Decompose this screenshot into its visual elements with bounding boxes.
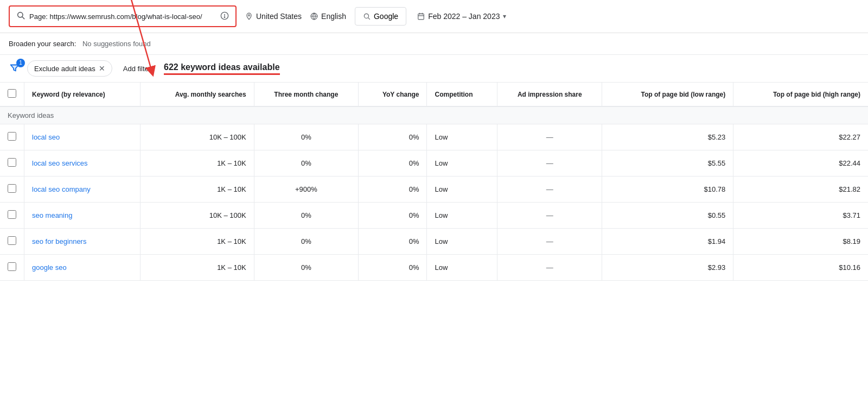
row-yoy: 0% bbox=[359, 255, 427, 281]
row-top-bid-low: $2.93 bbox=[602, 255, 733, 281]
date-range-button[interactable]: Feb 2022 – Jan 2023 ▾ bbox=[417, 12, 506, 21]
header-ad-impression[interactable]: Ad impression share bbox=[497, 83, 602, 106]
row-competition: Low bbox=[427, 255, 497, 281]
row-ad-impression: — bbox=[497, 177, 602, 203]
header-top-bid-low[interactable]: Top of page bid (low range) bbox=[602, 83, 733, 106]
row-top-bid-low: $5.23 bbox=[602, 124, 733, 150]
row-checkbox-3[interactable] bbox=[8, 210, 16, 219]
row-keyword[interactable]: local seo services bbox=[24, 150, 141, 177]
row-keyword[interactable]: local seo bbox=[24, 124, 141, 150]
header-competition[interactable]: Competition bbox=[427, 83, 497, 106]
row-three-month: 0% bbox=[254, 255, 358, 281]
row-ad-impression: — bbox=[497, 255, 602, 281]
row-ad-impression: — bbox=[497, 150, 602, 177]
row-ad-impression: — bbox=[497, 203, 602, 229]
svg-line-1 bbox=[22, 17, 24, 19]
table-row: local seo company 1K – 10K +900% 0% Low … bbox=[0, 177, 868, 203]
section-label: Keyword ideas bbox=[0, 106, 868, 124]
broaden-label: Broaden your search: bbox=[9, 40, 76, 48]
row-checkbox-cell[interactable] bbox=[0, 124, 24, 150]
row-three-month: 0% bbox=[254, 203, 358, 229]
section-header-row: Keyword ideas bbox=[0, 106, 868, 124]
chip-label: Exclude adult ideas bbox=[34, 65, 95, 73]
header-avg-monthly[interactable]: Avg. monthly searches bbox=[141, 83, 254, 106]
row-checkbox-cell[interactable] bbox=[0, 203, 24, 229]
row-top-bid-high: $22.44 bbox=[733, 150, 868, 177]
row-top-bid-high: $22.27 bbox=[733, 124, 868, 150]
row-checkbox-1[interactable] bbox=[8, 158, 16, 167]
table-header-row: Keyword (by relevance) Avg. monthly sear… bbox=[0, 83, 868, 106]
row-yoy: 0% bbox=[359, 229, 427, 255]
table-body: Keyword ideas local seo 10K – 100K 0% 0%… bbox=[0, 106, 868, 281]
row-three-month: 0% bbox=[254, 124, 358, 150]
row-yoy: 0% bbox=[359, 177, 427, 203]
exclude-adult-chip[interactable]: Exclude adult ideas ✕ bbox=[27, 60, 112, 77]
row-top-bid-low: $1.94 bbox=[602, 229, 733, 255]
svg-line-7 bbox=[368, 18, 370, 20]
header-yoy[interactable]: YoY change bbox=[359, 83, 427, 106]
row-checkbox-0[interactable] bbox=[8, 132, 16, 141]
row-checkbox-4[interactable] bbox=[8, 236, 16, 245]
date-range-label: Feb 2022 – Jan 2023 bbox=[428, 12, 500, 21]
row-top-bid-high: $3.71 bbox=[733, 203, 868, 229]
row-avg-monthly: 1K – 10K bbox=[141, 177, 254, 203]
table-row: seo for beginners 1K – 10K 0% 0% Low — $… bbox=[0, 229, 868, 255]
search-value: Page: https://www.semrush.com/blog/what-… bbox=[29, 12, 216, 21]
row-checkbox-cell[interactable] bbox=[0, 150, 24, 177]
row-competition: Low bbox=[427, 177, 497, 203]
header-checkbox[interactable] bbox=[0, 83, 24, 106]
row-top-bid-high: $21.82 bbox=[733, 177, 868, 203]
row-checkbox-2[interactable] bbox=[8, 184, 16, 193]
header-three-month[interactable]: Three month change bbox=[254, 83, 358, 106]
filter-bar: 1 Exclude adult ideas ✕ Add filter 622 k… bbox=[0, 55, 868, 83]
svg-point-6 bbox=[364, 14, 368, 18]
location-filter[interactable]: United States bbox=[245, 12, 302, 21]
row-checkbox-cell[interactable] bbox=[0, 229, 24, 255]
row-avg-monthly: 1K – 10K bbox=[141, 255, 254, 281]
row-ad-impression: — bbox=[497, 124, 602, 150]
search-box[interactable]: Page: https://www.semrush.com/blog/what-… bbox=[9, 5, 237, 27]
table-row: google seo 1K – 10K 0% 0% Low — $2.93 $1… bbox=[0, 255, 868, 281]
row-checkbox-cell[interactable] bbox=[0, 177, 24, 203]
row-checkbox-cell[interactable] bbox=[0, 255, 24, 281]
language-label: English bbox=[321, 12, 346, 21]
row-yoy: 0% bbox=[359, 150, 427, 177]
row-yoy: 0% bbox=[359, 124, 427, 150]
row-competition: Low bbox=[427, 124, 497, 150]
info-icon[interactable] bbox=[220, 11, 229, 22]
svg-point-4 bbox=[224, 17, 225, 17]
chevron-down-icon: ▾ bbox=[503, 12, 506, 20]
row-competition: Low bbox=[427, 150, 497, 177]
broaden-bar: Broaden your search: No suggestions foun… bbox=[0, 33, 868, 55]
table-row: local seo 10K – 100K 0% 0% Low — $5.23 $… bbox=[0, 124, 868, 150]
table-row: seo meaning 10K – 100K 0% 0% Low — $0.55… bbox=[0, 203, 868, 229]
keywords-table: Keyword (by relevance) Avg. monthly sear… bbox=[0, 83, 868, 281]
row-keyword[interactable]: seo for beginners bbox=[24, 229, 141, 255]
row-avg-monthly: 1K – 10K bbox=[141, 229, 254, 255]
row-three-month: +900% bbox=[254, 177, 358, 203]
row-checkbox-5[interactable] bbox=[8, 262, 16, 271]
search-engine-button[interactable]: Google bbox=[355, 7, 406, 26]
row-competition: Low bbox=[427, 203, 497, 229]
row-competition: Low bbox=[427, 229, 497, 255]
row-yoy: 0% bbox=[359, 203, 427, 229]
header-keyword[interactable]: Keyword (by relevance) bbox=[24, 83, 141, 106]
search-engine-label: Google bbox=[374, 12, 398, 21]
row-avg-monthly: 10K – 100K bbox=[141, 203, 254, 229]
row-top-bid-low: $0.55 bbox=[602, 203, 733, 229]
keyword-count: 622 keyword ideas available bbox=[164, 62, 279, 75]
row-top-bid-high: $8.19 bbox=[733, 229, 868, 255]
filter-icon-wrap[interactable]: 1 bbox=[9, 62, 21, 75]
row-keyword[interactable]: local seo company bbox=[24, 177, 141, 203]
close-icon[interactable]: ✕ bbox=[99, 64, 105, 73]
row-keyword[interactable]: google seo bbox=[24, 255, 141, 281]
row-top-bid-high: $10.16 bbox=[733, 255, 868, 281]
language-filter[interactable]: English bbox=[310, 12, 346, 21]
broaden-text: No suggestions found bbox=[82, 40, 151, 48]
select-all-checkbox[interactable] bbox=[8, 89, 16, 98]
row-avg-monthly: 10K – 100K bbox=[141, 124, 254, 150]
add-filter-button[interactable]: Add filter bbox=[119, 61, 155, 76]
header-top-bid-high[interactable]: Top of page bid (high range) bbox=[733, 83, 868, 106]
row-keyword[interactable]: seo meaning bbox=[24, 203, 141, 229]
row-three-month: 0% bbox=[254, 150, 358, 177]
